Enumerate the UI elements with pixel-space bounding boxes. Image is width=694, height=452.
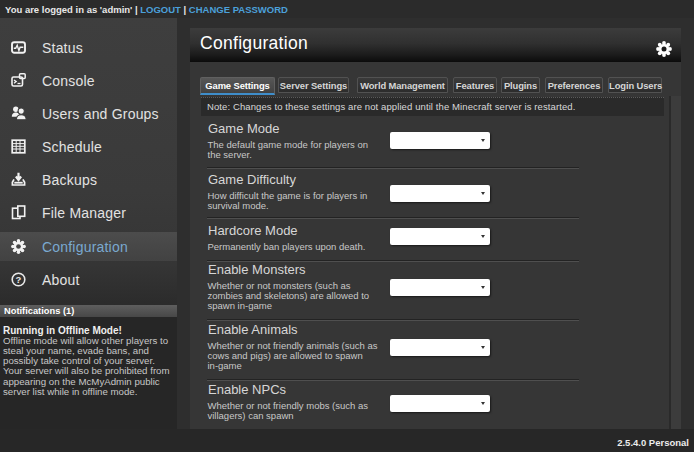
svg-text:?: ?	[16, 274, 22, 285]
